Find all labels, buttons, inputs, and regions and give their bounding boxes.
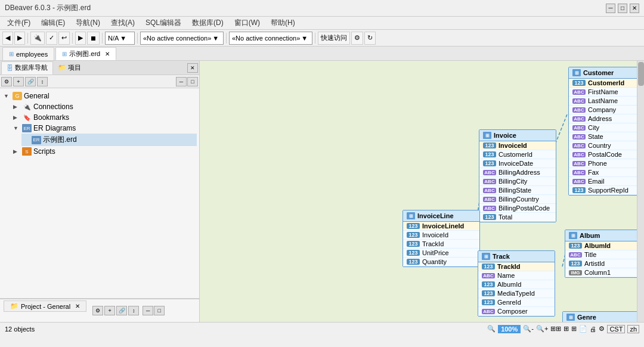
bottom-nav-btn[interactable]: ↕ [128,306,139,315]
toolbar-rollback[interactable]: ↩ [58,32,70,45]
tab-erd[interactable]: ⊞ 示例图.erd ✕ [55,47,116,60]
field-email[interactable]: ABC Email [569,177,644,186]
menu-find[interactable]: 查找(A) [106,17,140,29]
canvas-scrollbar[interactable] [637,61,644,322]
field-genreid[interactable]: 123 GenreId [478,298,555,307]
field-invoiceid[interactable]: 123 InvoiceId [479,141,556,150]
field-lastname[interactable]: ABC LastName [569,97,644,106]
zoom-out-btn[interactable]: 🔍- [523,325,534,333]
menu-sql[interactable]: SQL编辑器 [141,17,186,29]
field-state[interactable]: ABC State [569,132,644,141]
menu-help[interactable]: 帮助(H) [266,17,300,29]
field-postalcode[interactable]: ABC PostalCode [569,150,644,159]
tree-expand-bk[interactable]: ▶ [13,114,20,120]
status-tools3[interactable]: ⊞ [571,325,577,333]
field-total[interactable]: 123 Total [479,213,556,222]
table-album[interactable]: ⊞ Album 123 AlbumId ABC Title 123 Artist… [565,230,642,278]
status-export[interactable]: 📄 [579,325,587,333]
field-billingcity[interactable]: ABC BillingCity [479,177,556,186]
tree-expand-er[interactable]: ▼ [13,125,20,131]
sidebar-tab-project[interactable]: 📁 项目 [53,61,86,75]
bottom-tab-project[interactable]: 📁 Project - General ✕ [4,300,86,312]
field-unitprice[interactable]: 123 UnitPrice [403,249,479,258]
bottom-add-btn[interactable]: + [104,306,115,315]
field-invoicedate[interactable]: 123 InvoiceDate [479,159,556,168]
tree-expand-conn[interactable]: ▶ [13,104,20,110]
status-print[interactable]: 🖨 [590,326,596,333]
field-company[interactable]: ABC Company [569,106,644,114]
minimize-button[interactable]: ─ [606,4,615,13]
field-firstname[interactable]: ABC FirstName [569,88,644,97]
field-billingaddress[interactable]: ABC BillingAddress [479,168,556,177]
field-il-invoiceid[interactable]: 123 InvoiceId [403,231,479,240]
tree-expand-scripts[interactable]: ▶ [13,148,20,154]
field-t-trackid[interactable]: 123 TrackId [478,262,555,271]
toolbar-connect[interactable]: 🔌 [30,32,45,45]
toolbar-refresh[interactable]: ↻ [364,32,376,45]
field-a-artistid[interactable]: 123 ArtistId [565,259,642,268]
menu-edit[interactable]: 编辑(E) [36,17,70,29]
bottom-settings-btn[interactable]: ⚙ [92,306,103,315]
tab-employees[interactable]: ⊞ employees [2,47,54,60]
sidebar-nav-btn[interactable]: ↕ [37,77,48,86]
field-t-name[interactable]: ABC Name [478,271,555,280]
tree-expand-general[interactable]: ▼ [4,93,11,99]
field-composer[interactable]: ABC Composer [478,307,555,316]
maximize-button[interactable]: □ [618,4,627,13]
toolbar-connection1[interactable]: «No active connection» ▼ [140,32,224,45]
quick-access-button[interactable]: 快速访问 [318,32,350,45]
toolbar-na-dropdown[interactable]: N/A ▼ [105,32,135,45]
field-phone[interactable]: ABC Phone [569,159,644,168]
tree-item-connections[interactable]: ▶ 🔌 Connections [12,101,197,112]
table-track[interactable]: ⊞ Track 123 TrackId ABC Name 123 AlbumId… [478,250,555,317]
scrollbar-thumb[interactable] [638,62,644,86]
sidebar-close-btn[interactable]: ✕ [187,63,198,73]
field-mediatypeid[interactable]: 123 MediaTypeId [478,289,555,298]
bottom-min-btn[interactable]: ─ [143,306,153,315]
field-a-title[interactable]: ABC Title [565,250,642,259]
sidebar-new-btn[interactable]: + [13,77,24,86]
tree-item-general[interactable]: ▼ G General [2,91,197,101]
field-billingstate[interactable]: ABC BillingState [479,186,556,195]
bottom-tab-close[interactable]: ✕ [75,303,80,309]
tree-item-bookmarks[interactable]: ▶ 🔖 Bookmarks [12,112,197,123]
field-a-column1[interactable]: IMG Column1 [565,268,642,277]
toolbar-commit[interactable]: ✓ [46,32,57,45]
field-invoicelineid[interactable]: 123 InvoiceLineId [403,222,479,231]
table-invoiceline[interactable]: ⊞ InvoiceLine 123 InvoiceLineId 123 Invo… [402,210,480,267]
status-tools2[interactable]: ⊞ [564,325,569,333]
bottom-max-btn[interactable]: □ [154,306,165,315]
menu-nav[interactable]: 导航(N) [71,17,105,29]
field-address[interactable]: ABC Address [569,114,644,123]
field-quantity[interactable]: 123 Quantity [403,258,479,267]
table-invoice[interactable]: ⊞ Invoice 123 InvoiceId 123 CustomerId 1… [479,129,556,222]
tree-item-example-erd[interactable]: ER 示例图.erd [21,134,197,146]
field-country[interactable]: ABC Country [569,141,644,150]
tab-erd-close[interactable]: ✕ [105,51,110,57]
zoom-in-btn[interactable]: 🔍+ [536,325,548,333]
field-albumid[interactable]: 123 AlbumId [565,241,642,250]
table-customer[interactable]: ⊞ Customer 123 CustomerId ABC FirstName … [568,67,644,196]
field-billingpostalcode[interactable]: ABC BillingPostalCode [479,204,556,213]
menu-db[interactable]: 数据库(D) [187,17,228,29]
erd-canvas[interactable]: ⊞ Customer 123 CustomerId ABC FirstName … [200,61,644,322]
tree-item-er-diagrams[interactable]: ▼ ER ER Diagrams [12,123,197,134]
field-fax[interactable]: ABC Fax [569,168,644,177]
field-city[interactable]: ABC City [569,123,644,132]
table-genre[interactable]: ⊞ Genre 123 GenreId [562,311,640,322]
toolbar-connection2[interactable]: «No active connection» ▼ [229,32,312,45]
field-supportrepid[interactable]: 123 SupportRepId [569,186,644,195]
sidebar-max-btn[interactable]: □ [187,77,198,86]
toolbar-back[interactable]: ◀ [2,32,13,45]
field-customerid[interactable]: 123 CustomerId [569,79,644,88]
status-tools1[interactable]: ⊞⊞ [550,325,561,333]
field-t-albumid[interactable]: 123 AlbumId [478,280,555,289]
field-billingcountry[interactable]: ABC BillingCountry [479,195,556,204]
menu-window[interactable]: 窗口(W) [230,17,265,29]
menu-file[interactable]: 文件(F) [2,17,35,29]
toolbar-run[interactable]: ▶ [75,32,86,45]
toolbar-settings[interactable]: ⚙ [351,32,363,45]
sidebar-link-btn[interactable]: 🔗 [25,77,36,86]
tree-item-scripts[interactable]: ▶ S Scripts [12,146,197,157]
sidebar-min-btn[interactable]: ─ [176,77,187,86]
